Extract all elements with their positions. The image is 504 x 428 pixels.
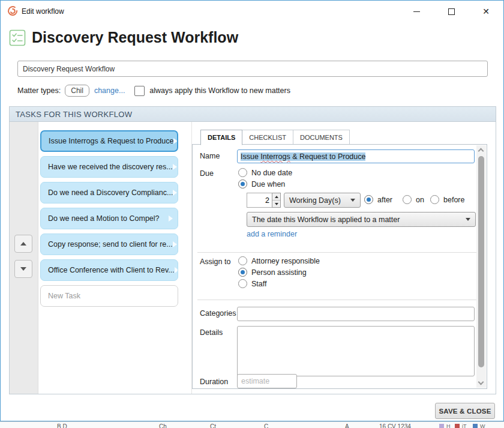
task-label: Do we need a Discovery Complianc... (48, 188, 173, 197)
assign-person-option[interactable]: Person assisting (238, 268, 307, 277)
task-item[interactable]: Have we received the discovery res... (40, 156, 178, 178)
add-reminder-link[interactable]: add a reminder (247, 230, 297, 238)
task-item[interactable]: Issue Interrogs & Request to Produce (40, 130, 178, 152)
bg-badge-letter: iT (462, 423, 467, 428)
minimize-button[interactable] (406, 3, 427, 20)
file-badge-icon (439, 424, 444, 428)
change-matter-types-link[interactable]: change... (94, 86, 125, 95)
duration-label: Duration (200, 378, 228, 386)
new-task-item[interactable]: New Task (40, 285, 178, 307)
due-anchor-value: The date this Workflow is applied to a m… (252, 216, 400, 224)
page-title: Discovery Request Workflow (32, 29, 238, 46)
details-textarea[interactable] (237, 326, 475, 376)
divider (197, 300, 479, 300)
chevron-right-icon (169, 216, 173, 222)
task-label: Do we need a Motion to Compel? (48, 214, 160, 223)
tab-checklist[interactable]: CHECKLIST (242, 130, 293, 145)
matter-types-label: Matter types: (17, 86, 61, 95)
scroll-up-icon[interactable] (478, 148, 484, 154)
maximize-button[interactable] (441, 3, 461, 20)
task-item[interactable]: Office Conference with Client to Rev... (40, 259, 178, 281)
close-button[interactable]: ✕ (476, 3, 496, 20)
arrow-up-icon (275, 196, 278, 198)
task-item[interactable]: Do we need a Motion to Compel? (40, 208, 178, 229)
spin-down-button[interactable] (272, 200, 280, 207)
radio-icon (364, 195, 373, 204)
minimize-icon (413, 11, 420, 12)
screen: B D Ch Ct C A 16 CV 1234 H iT W Edit wor… (0, 0, 504, 428)
bg-badge-letter: H (446, 423, 451, 428)
matter-type-chip[interactable]: Chil (65, 85, 89, 97)
chevron-right-icon (173, 138, 178, 144)
radio-icon (238, 168, 247, 177)
edit-workflow-dialog: Edit workflow ✕ Discovery Request Workfl… (0, 0, 504, 421)
scrollbar-thumb[interactable] (478, 156, 484, 367)
due-amount-input[interactable] (247, 193, 272, 208)
no-due-date-label: No due date (251, 169, 292, 177)
spin-up-button[interactable] (272, 193, 280, 200)
assign-attorney-option[interactable]: Attorney responsible (238, 256, 320, 265)
bg-text-fragment: A (345, 423, 349, 428)
due-when-label: Due when (251, 180, 285, 188)
name-label: Name (200, 152, 220, 160)
spinner (272, 193, 281, 208)
assign-staff-option[interactable]: Staff (238, 279, 266, 288)
scroll-down-icon[interactable] (478, 379, 484, 385)
window-title: Edit workflow (22, 7, 64, 16)
move-task-up-button[interactable] (14, 235, 32, 253)
bg-case-number: 16 CV 1234 (379, 423, 411, 428)
workflow-name-input[interactable] (17, 61, 488, 77)
file-badge-icon (455, 424, 460, 428)
relation-after-option[interactable]: after (364, 195, 392, 204)
maximize-icon (448, 8, 455, 15)
duration-input[interactable] (237, 374, 297, 388)
categories-label: Categories (200, 309, 236, 318)
due-amount-stepper (247, 193, 281, 208)
app-logo-icon (7, 5, 19, 17)
due-anchor-dropdown[interactable]: The date this Workflow is applied to a m… (247, 212, 476, 227)
task-label: Issue Interrogs & Request to Produce (49, 137, 173, 145)
bg-badge-letter: W (480, 423, 485, 428)
tasks-section-title: TASKS FOR THIS WORKFLOW (16, 110, 132, 119)
due-unit-value: Working Day(s) (289, 196, 341, 205)
chevron-down-icon (466, 218, 470, 221)
relation-before-label: before (443, 196, 464, 204)
no-due-date-option[interactable]: No due date (238, 168, 292, 177)
task-label: Office Conference with Client to Rev... (48, 266, 175, 274)
task-item[interactable]: Copy response; send to client for re... (40, 234, 178, 255)
due-label: Due (200, 169, 214, 178)
chevron-right-icon (175, 267, 178, 273)
due-unit-dropdown[interactable]: Working Day(s) (284, 193, 361, 208)
always-apply-checkbox[interactable] (134, 86, 145, 96)
radio-icon (238, 279, 247, 288)
misspelled-text: Interrogs (260, 152, 290, 161)
task-details-area: DETAILS CHECKLIST DOCUMENTS Name Issue I… (191, 122, 487, 394)
radio-icon (403, 195, 412, 204)
title-bar[interactable]: Edit workflow ✕ (1, 1, 503, 22)
details-content: Name Issue Interrogs & Request to Produc… (192, 144, 487, 389)
task-name-input[interactable]: Issue Interrogs & Request to Produce (237, 149, 475, 163)
task-item[interactable]: Do we need a Discovery Complianc... (40, 182, 178, 203)
radio-icon (238, 268, 247, 277)
relation-before-option[interactable]: before (430, 195, 464, 204)
arrow-down-icon (275, 203, 278, 205)
radio-icon (238, 179, 247, 188)
categories-input[interactable] (237, 307, 475, 321)
background-window-strip: B D Ch Ct C A 16 CV 1234 H iT W (0, 421, 504, 428)
save-and-close-button[interactable]: SAVE & CLOSE (435, 403, 495, 419)
tab-details[interactable]: DETAILS (200, 130, 242, 145)
new-task-placeholder: New Task (48, 292, 80, 300)
move-task-down-button[interactable] (14, 260, 32, 278)
chevron-right-icon (173, 164, 177, 170)
relation-on-label: on (416, 196, 424, 204)
chevron-right-icon (173, 190, 177, 196)
file-badge-icon (473, 424, 478, 428)
relation-on-option[interactable]: on (403, 195, 424, 204)
assign-to-label: Assign to (200, 258, 230, 266)
bg-text-fragment: B D (57, 423, 67, 428)
chevron-right-icon (173, 241, 177, 247)
details-scrollbar[interactable] (476, 145, 486, 388)
due-when-option[interactable]: Due when (238, 179, 285, 188)
tab-documents[interactable]: DOCUMENTS (293, 130, 350, 145)
radio-icon (430, 195, 439, 204)
